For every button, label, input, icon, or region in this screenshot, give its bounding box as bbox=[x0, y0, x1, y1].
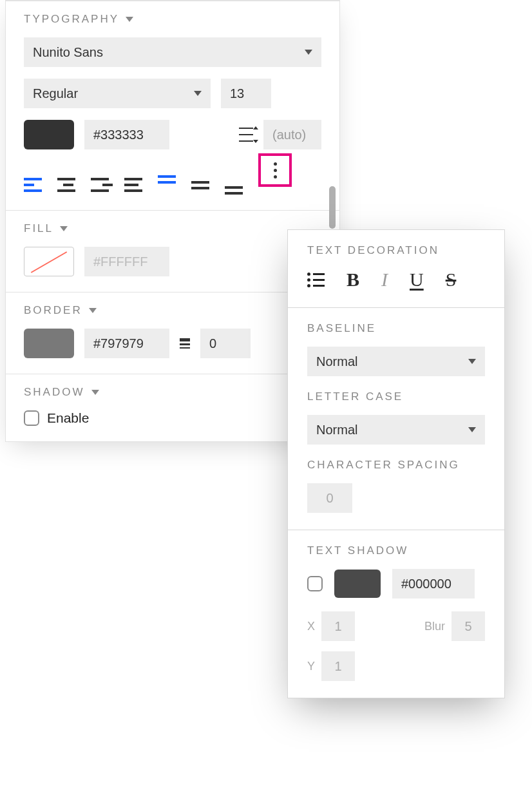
strikethrough-button[interactable]: S bbox=[446, 269, 457, 291]
text-shadow-enable-checkbox[interactable] bbox=[307, 576, 323, 591]
ts-y-label: Y bbox=[307, 660, 315, 673]
align-center-button[interactable] bbox=[57, 175, 79, 195]
text-color-hex: #333333 bbox=[93, 128, 144, 142]
border-color-swatch[interactable] bbox=[24, 329, 74, 358]
baseline-title: BASELINE bbox=[307, 322, 485, 335]
border-width-value: 0 bbox=[209, 336, 216, 351]
shadow-enable-checkbox[interactable] bbox=[24, 410, 39, 426]
text-shadow-color-swatch[interactable] bbox=[334, 570, 381, 598]
align-left-button[interactable] bbox=[24, 175, 46, 195]
typography-title: TYPOGRAPHY bbox=[24, 13, 119, 26]
character-spacing-title: CHARACTER SPACING bbox=[307, 459, 485, 472]
chevron-down-icon bbox=[468, 427, 476, 432]
fill-color-swatch[interactable] bbox=[24, 247, 74, 276]
line-height-value: (auto) bbox=[272, 128, 306, 142]
chevron-down-icon bbox=[126, 17, 133, 22]
italic-button[interactable]: I bbox=[381, 269, 388, 291]
valign-bottom-button[interactable] bbox=[225, 175, 247, 195]
shadow-enable-row[interactable]: Enable bbox=[24, 410, 321, 426]
text-decoration-title: TEXT DECORATION bbox=[307, 244, 485, 257]
line-height-icon bbox=[239, 128, 253, 142]
chevron-down-icon bbox=[305, 50, 312, 55]
shadow-enable-label: Enable bbox=[47, 410, 89, 426]
typography-section: TYPOGRAPHY Nunito Sans Regular 13 #33333… bbox=[6, 1, 339, 210]
ts-blur-value: 5 bbox=[464, 619, 471, 634]
baseline-lettercase-spacing-section: BASELINE Normal LETTER CASE Normal CHARA… bbox=[288, 307, 504, 530]
ts-y-input[interactable]: 1 bbox=[321, 651, 355, 681]
chevron-down-icon bbox=[91, 390, 99, 395]
letter-case-title: LETTER CASE bbox=[307, 390, 485, 403]
bold-button[interactable]: B bbox=[347, 269, 359, 291]
font-size-value: 13 bbox=[230, 86, 244, 101]
font-family-value: Nunito Sans bbox=[33, 45, 103, 60]
chevron-down-icon bbox=[194, 91, 202, 96]
ts-x-label: X bbox=[307, 620, 315, 633]
chevron-down-icon bbox=[89, 308, 97, 313]
line-height-input[interactable]: (auto) bbox=[263, 120, 321, 149]
text-shadow-hex-input[interactable]: #000000 bbox=[392, 569, 475, 599]
character-spacing-input[interactable]: 0 bbox=[307, 483, 352, 513]
chevron-down-icon bbox=[60, 226, 68, 231]
ts-blur-input[interactable]: 5 bbox=[451, 611, 485, 641]
font-weight-select[interactable]: Regular bbox=[24, 79, 211, 108]
letter-case-value: Normal bbox=[316, 423, 357, 437]
font-family-select[interactable]: Nunito Sans bbox=[24, 37, 321, 67]
baseline-select[interactable]: Normal bbox=[307, 347, 485, 376]
font-size-input[interactable]: 13 bbox=[221, 79, 271, 108]
border-title: BORDER bbox=[24, 304, 82, 317]
more-options-button[interactable] bbox=[258, 153, 292, 187]
valign-top-button[interactable] bbox=[158, 175, 180, 195]
text-decoration-section: TEXT DECORATION B I U S bbox=[288, 230, 504, 307]
alignment-toolbar bbox=[24, 161, 321, 195]
align-right-button[interactable] bbox=[91, 175, 113, 195]
fill-header[interactable]: FILL bbox=[24, 222, 321, 235]
border-header[interactable]: BORDER bbox=[24, 304, 321, 317]
border-color-hex: #797979 bbox=[93, 336, 144, 351]
text-color-swatch[interactable] bbox=[24, 120, 74, 149]
align-justify-button[interactable] bbox=[124, 175, 146, 195]
ts-y-value: 1 bbox=[334, 659, 341, 674]
font-weight-value: Regular bbox=[33, 86, 78, 101]
fill-title: FILL bbox=[24, 222, 53, 235]
border-color-hex-input[interactable]: #797979 bbox=[84, 329, 169, 358]
character-spacing-value: 0 bbox=[326, 491, 333, 506]
text-shadow-title: TEXT SHADOW bbox=[307, 544, 485, 557]
shadow-header[interactable]: SHADOW bbox=[24, 386, 321, 399]
text-shadow-section: TEXT SHADOW #000000 X 1 Blur 5 bbox=[288, 530, 504, 698]
text-shadow-hex: #000000 bbox=[401, 577, 451, 591]
text-color-hex-input[interactable]: #333333 bbox=[84, 120, 169, 149]
ts-x-value: 1 bbox=[334, 619, 341, 634]
shadow-title: SHADOW bbox=[24, 386, 85, 399]
text-options-popover: TEXT DECORATION B I U S BASELINE Normal … bbox=[287, 229, 505, 698]
list-style-button[interactable] bbox=[307, 273, 325, 287]
valign-middle-button[interactable] bbox=[191, 175, 213, 195]
scrollbar-thumb[interactable] bbox=[329, 186, 336, 229]
ts-x-input[interactable]: 1 bbox=[321, 611, 355, 641]
chevron-down-icon bbox=[468, 359, 476, 364]
typography-header[interactable]: TYPOGRAPHY bbox=[24, 13, 321, 26]
underline-button[interactable]: U bbox=[410, 269, 424, 291]
fill-color-hex: #FFFFFF bbox=[93, 254, 147, 269]
border-width-icon bbox=[180, 338, 190, 349]
ts-blur-label: Blur bbox=[424, 620, 445, 633]
fill-color-hex-input[interactable]: #FFFFFF bbox=[84, 247, 169, 276]
border-width-input[interactable]: 0 bbox=[200, 329, 251, 358]
letter-case-select[interactable]: Normal bbox=[307, 415, 485, 445]
baseline-value: Normal bbox=[316, 354, 357, 369]
